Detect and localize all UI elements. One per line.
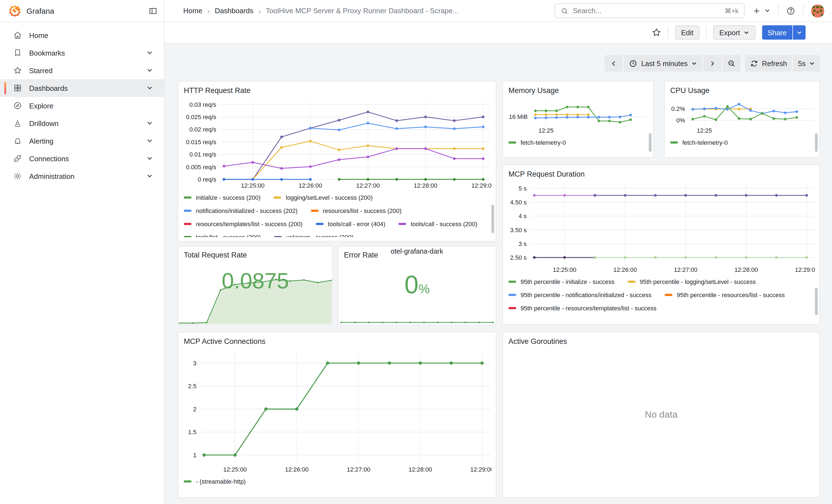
panel-http-request-rate: HTTP Request Rate 0 req/s0.005 req/s0.01… [178, 81, 496, 242]
legend-swatch-icon [670, 141, 678, 143]
refresh-interval-picker[interactable]: 5s [793, 55, 820, 72]
legend-mcp-active-connections: - (streamable-http) [183, 477, 491, 490]
panel-title[interactable]: Total Request Rate [184, 251, 332, 259]
edit-button[interactable]: Edit [675, 25, 700, 39]
legend-swatch-icon [665, 294, 672, 296]
refresh-button[interactable]: Refresh [745, 55, 792, 72]
export-button[interactable]: Export [713, 25, 755, 39]
search-placeholder: Search... [573, 7, 725, 15]
time-range-group: Last 5 minutes [605, 55, 740, 72]
add-new-button[interactable] [752, 6, 770, 15]
sidebar: Grafana HomeBookmarksStarredDashboardsEx… [0, 0, 164, 504]
panel-total-request-rate: Total Request Rate 0.0875 [178, 246, 333, 325]
sidebar-item-administration[interactable]: Administration [0, 167, 164, 185]
legend-label: resources/templates/list - success (200) [196, 221, 303, 227]
legend-item[interactable]: unknown - success (200) [274, 233, 354, 237]
legend-label: notifications/initialized - success (202… [196, 207, 297, 214]
svg-text:12:29:00: 12:29:00 [471, 182, 491, 189]
legend-item[interactable]: fetch-telemetry-0 [509, 138, 566, 147]
sidebar-item-home[interactable]: Home [0, 26, 164, 44]
user-avatar[interactable] [811, 4, 824, 17]
panel-title[interactable]: Active Goroutines [509, 337, 815, 346]
breadcrumb-dashboards[interactable]: Dashboards [215, 7, 253, 15]
time-shift-forward-button[interactable] [703, 55, 721, 72]
divider [803, 5, 803, 17]
legend-item[interactable]: 95th percentile - logging/setLevel - suc… [628, 277, 756, 286]
help-button[interactable] [786, 6, 795, 15]
legend-item[interactable]: - (streamable-http) [184, 477, 246, 486]
zoom-out-button[interactable] [722, 55, 740, 72]
plug-icon [13, 154, 22, 163]
chart-mcp-active-connections[interactable]: 11.522.5312:25:0012:26:0012:27:0012:28:0… [183, 348, 491, 474]
favorite-star-icon[interactable] [651, 27, 661, 37]
sidebar-item-label: Administration [29, 172, 146, 180]
chart-http-request-rate[interactable]: 0 req/s0.005 req/s0.01 req/s0.015 req/s0… [183, 97, 491, 190]
breadcrumb-home[interactable]: Home [183, 7, 202, 15]
legend-item[interactable]: tools/call - error (404) [316, 219, 386, 228]
legend-scrollbar[interactable] [649, 133, 651, 152]
legend-scrollbar[interactable] [815, 288, 818, 315]
legend-mcp-request-duration: 95th percentile - initialize - success95… [508, 277, 815, 320]
panel-active-goroutines: Active Goroutines No data [502, 332, 820, 498]
drilldown-icon [13, 119, 22, 128]
sidebar-collapse-icon[interactable] [149, 6, 157, 15]
chart-memory-usage[interactable]: 16 MiB12:25 [508, 97, 649, 135]
legend-scrollbar[interactable] [815, 133, 818, 152]
sidebar-item-label: Home [29, 31, 158, 39]
legend-item[interactable]: resources/templates/list - success (200) [184, 219, 303, 228]
panel-title[interactable]: MCP Active Connections [184, 337, 491, 346]
panel-title[interactable]: MCP Request Duration [509, 170, 815, 178]
time-range-picker[interactable]: Last 5 minutes [624, 55, 702, 72]
legend-item[interactable]: tools/call - success (200) [399, 219, 477, 228]
legend-item[interactable]: 95th percentile - notifications/initiali… [509, 291, 651, 299]
sidebar-item-drilldown[interactable]: Drilldown [0, 114, 164, 132]
star-icon [13, 66, 22, 75]
chart-mcp-request-duration[interactable]: 2.50 s3 s3.50 s4 s4.50 s5 s12:25:0012:26… [508, 181, 815, 274]
panel-title[interactable]: CPU Usage [670, 86, 815, 95]
legend-item[interactable]: resources/list - success (200) [311, 206, 401, 215]
svg-text:5 s: 5 s [519, 185, 527, 192]
chevron-down-icon [146, 155, 153, 162]
share-button[interactable]: Share [762, 25, 792, 39]
grafana-logo[interactable] [9, 5, 21, 17]
legend-label: logging/setLevel - success (200) [286, 194, 373, 201]
svg-text:0.2%: 0.2% [671, 105, 685, 112]
svg-text:12:29:00: 12:29:00 [470, 466, 491, 473]
legend-swatch-icon [509, 281, 516, 283]
breadcrumb-current: ToolHive MCP Server & Proxy Runner Dashb… [266, 7, 458, 15]
panel-title[interactable]: HTTP Request Rate [184, 86, 491, 95]
legend-item[interactable]: initialize - success (200) [184, 193, 261, 202]
time-shift-back-button[interactable] [605, 55, 623, 72]
legend-item[interactable]: logging/setLevel - success (200) [274, 193, 373, 202]
legend-http-request-rate: initialize - success (200)logging/setLev… [183, 193, 491, 237]
legend-label: 95th percentile - resources/list - succe… [677, 292, 785, 298]
search-input[interactable]: Search... ⌘+k [555, 3, 745, 18]
sidebar-item-dashboards[interactable]: Dashboards [0, 79, 164, 97]
svg-text:12:25:00: 12:25:00 [553, 266, 576, 273]
main-area: Home › Dashboards › ToolHive MCP Server … [164, 0, 832, 504]
apps-icon [13, 84, 22, 92]
sidebar-item-connections[interactable]: Connections [0, 150, 164, 167]
legend-label: fetch-telemetry-0 [521, 139, 566, 146]
panel-title[interactable]: Memory Usage [509, 86, 649, 95]
share-dropdown-button[interactable] [793, 25, 806, 39]
legend-item[interactable]: notifications/initialized - success (202… [184, 206, 297, 215]
svg-text:1: 1 [193, 452, 197, 459]
legend-item[interactable]: 95th percentile - resources/list - succe… [665, 291, 785, 299]
sidebar-item-alerting[interactable]: Alerting [0, 132, 164, 150]
legend-item[interactable]: 95th percentile - resources/templates/li… [509, 304, 656, 313]
sidebar-item-starred[interactable]: Starred [0, 62, 164, 79]
sidebar-item-explore[interactable]: Explore [0, 97, 164, 114]
legend-label: tools/call - error (404) [328, 221, 386, 227]
svg-text:0.02 req/s: 0.02 req/s [189, 126, 216, 133]
legend-item[interactable]: fetch-telemetry-0 [670, 138, 728, 147]
legend-item[interactable]: tools/list - success (200) [184, 233, 261, 237]
legend-scrollbar[interactable] [491, 205, 494, 233]
legend-swatch-icon [509, 141, 516, 143]
legend-swatch-icon [399, 223, 406, 225]
legend-item[interactable]: 95th percentile - initialize - success [509, 277, 614, 286]
sidebar-item-bookmarks[interactable]: Bookmarks [0, 44, 164, 62]
chart-cpu-usage[interactable]: 0%0.2%12:25 [669, 97, 815, 135]
chart-error-rate[interactable] [339, 319, 495, 324]
svg-text:0.01 req/s: 0.01 req/s [189, 151, 216, 158]
